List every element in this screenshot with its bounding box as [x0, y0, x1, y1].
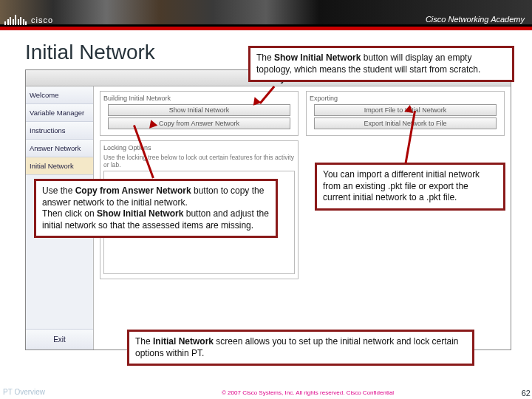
page-number: 62: [522, 389, 531, 398]
callout-text: Use the: [42, 185, 75, 196]
sidebar-item-answer-network[interactable]: Answer Network: [26, 140, 93, 157]
arrow-head-icon: [404, 104, 415, 113]
callout-import-export: You can import a different initial netwo…: [315, 163, 505, 211]
header-overlay: cisco Cisco Networking Academy: [0, 0, 532, 27]
sidebar-item-variable-manager[interactable]: Variable Manager: [26, 104, 93, 122]
lock-description: Use the locking tree below to lock out c…: [103, 154, 295, 168]
callout-text: You can import a different initial netwo…: [323, 169, 480, 202]
right-column: Exporting Import File to Initial Network…: [306, 91, 505, 345]
academy-text: Cisco Networking Academy: [418, 12, 532, 27]
brand-text: cisco: [31, 16, 53, 24]
footer-copyright: © 2007 Cisco Systems, Inc. All rights re…: [222, 389, 394, 396]
callout-bold: Initial Network: [153, 336, 214, 347]
callout-bold: Show Initial Network: [97, 208, 183, 219]
callout-text: The: [256, 52, 274, 63]
callout-show-initial: The Show Initial Network button will dis…: [248, 46, 514, 82]
group-lock-title: Locking Options: [103, 144, 295, 151]
callout-text: Then click on: [42, 208, 97, 219]
sidebar-item-instructions[interactable]: Instructions: [26, 122, 93, 140]
footer-left: PT Overview: [3, 388, 45, 396]
sidebar-item-welcome[interactable]: Welcome: [26, 86, 93, 104]
group-build: Building Initial Network Show Initial Ne…: [100, 91, 299, 136]
header-bar: cisco Cisco Networking Academy: [0, 0, 532, 27]
group-export: Exporting Import File to Initial Network…: [306, 91, 505, 136]
cisco-logo: cisco: [0, 13, 58, 27]
callout-text: The: [135, 336, 153, 347]
callout-copy-answer: Use the Copy from Answer Network button …: [34, 179, 278, 238]
callout-bold: Show Initial Network: [274, 52, 361, 63]
export-file-button[interactable]: Export Initial Network to File: [314, 117, 496, 129]
group-export-title: Exporting: [310, 95, 501, 102]
callout-bold: Copy from Answer Network: [75, 185, 191, 196]
cisco-bars-icon: [4, 15, 27, 25]
callout-summary: The Initial Network screen allows you to…: [127, 330, 474, 366]
sidebar-item-initial-network[interactable]: Initial Network: [26, 157, 93, 175]
sidebar-exit[interactable]: Exit: [26, 329, 93, 349]
show-initial-network-button[interactable]: Show Initial Network: [108, 104, 290, 116]
